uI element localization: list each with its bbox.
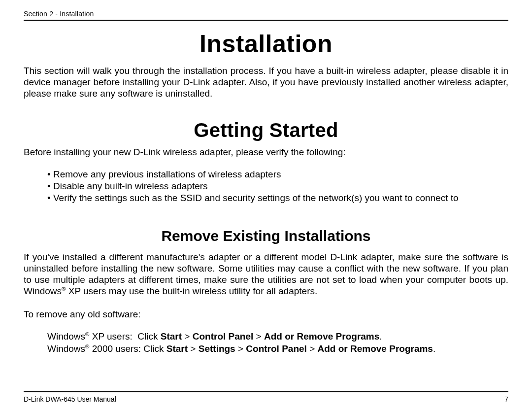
text-run: > xyxy=(182,332,193,342)
text-run: > xyxy=(188,343,199,354)
text-run: . xyxy=(379,332,385,342)
text-run: XP users: Click xyxy=(89,332,160,342)
getting-started-bullets: Remove any previous installations of wir… xyxy=(47,169,508,204)
text-run: > xyxy=(235,343,246,354)
to-remove-lead: To remove any old software: xyxy=(24,308,508,320)
remove-existing-paragraph: If you've installed a different manufact… xyxy=(24,251,508,297)
getting-started-title: Getting Started xyxy=(24,119,508,141)
page-title: Installation xyxy=(24,30,508,58)
text-run: 2000 users: Click xyxy=(89,343,166,354)
footer-page-number: 7 xyxy=(504,395,508,403)
text-run: XP users may use the built-in wireless u… xyxy=(66,286,317,296)
text-run: Windows xyxy=(47,332,85,342)
menu-path-start: Start xyxy=(161,332,182,342)
text-run: . xyxy=(433,343,438,354)
intro-paragraph: This section will walk you through the i… xyxy=(24,65,508,100)
text-run: Windows xyxy=(47,343,85,354)
remove-existing-title: Remove Existing Installations xyxy=(24,228,508,244)
getting-started-lead: Before installing your new D-Link wirele… xyxy=(24,146,508,158)
removal-instructions: Windows® XP users: Click Start > Control… xyxy=(47,331,508,355)
text-run: > xyxy=(253,332,264,342)
instruction-xp: Windows® XP users: Click Start > Control… xyxy=(47,331,508,342)
list-item: Disable any built-in wireless adapters xyxy=(47,180,508,192)
footer-manual-name: D-Link DWA-645 User Manual xyxy=(24,395,116,403)
menu-path-programs: Add or Remove Programs xyxy=(264,332,379,342)
list-item: Remove any previous installations of wir… xyxy=(47,169,508,180)
page-content: Installation This section will walk you … xyxy=(24,21,508,391)
menu-path-control-panel: Control Panel xyxy=(246,343,307,354)
menu-path-start: Start xyxy=(166,343,188,354)
page-footer: D-Link DWA-645 User Manual 7 xyxy=(24,391,508,403)
list-item: Verify the settings such as the SSID and… xyxy=(47,192,508,204)
menu-path-programs: Add or Remove Programs xyxy=(318,343,433,354)
instruction-2000: Windows® 2000 users: Click Start > Setti… xyxy=(47,343,508,355)
text-run: > xyxy=(307,343,318,354)
menu-path-control-panel: Control Panel xyxy=(193,332,254,342)
header-section-label: Section 2 - Installation xyxy=(24,10,508,21)
menu-path-settings: Settings xyxy=(199,343,235,354)
